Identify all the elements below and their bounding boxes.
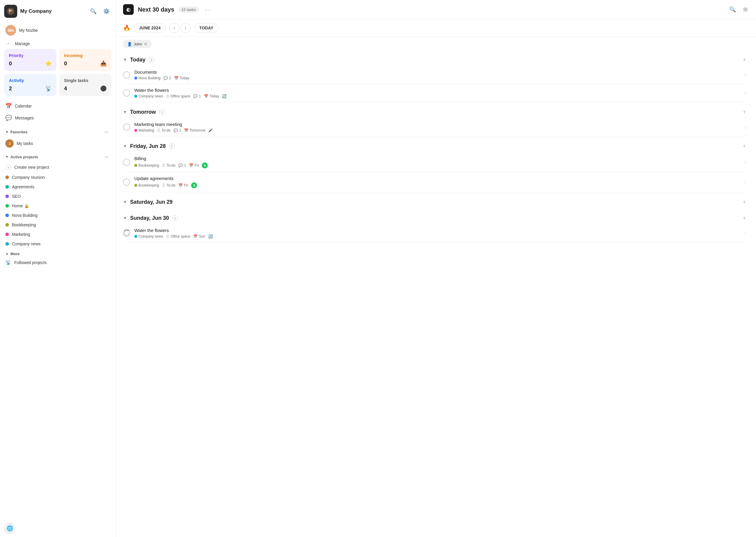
activity-label: Activity: [9, 78, 52, 83]
section-fri28-toggle[interactable]: ▼: [123, 144, 127, 148]
sidebar-item-calendar[interactable]: 📅 Calendar: [2, 100, 113, 112]
section-today-count: 2: [149, 57, 155, 63]
task-water-flowers-checkbox[interactable]: [123, 89, 130, 97]
section-today-add-button[interactable]: +: [740, 55, 749, 64]
month-selector[interactable]: JUNE 2024: [134, 23, 165, 32]
sidebar-item-messages[interactable]: 💬 Messages: [2, 112, 113, 124]
meeting-comments: 💬 1: [174, 128, 181, 133]
billing-comments: 💬 1: [178, 163, 186, 168]
my-nozbe-item[interactable]: MN My Nozbe: [0, 22, 115, 38]
header-more-button[interactable]: ···: [203, 5, 214, 14]
task-billing-checkbox[interactable]: [123, 159, 130, 166]
nav-items: 📅 Calendar 💬 Messages: [0, 99, 115, 125]
stats-cards-row2: Activity 2 📡 Single tasks 4 ⚫: [0, 74, 115, 99]
task-marketing-meeting[interactable]: Marketing team meeting Marketing ☰ To-do…: [123, 118, 749, 136]
header-view-options-button[interactable]: ⊞: [742, 5, 749, 14]
sidebar-item-company-news[interactable]: Company news: [2, 239, 113, 249]
active-projects-chevron: ▼: [5, 155, 9, 159]
water-sun-section: ☰ Office space: [166, 234, 190, 238]
search-button[interactable]: 🔍: [88, 6, 98, 16]
agreements-label: Agreements: [12, 185, 34, 189]
next-month-button[interactable]: ›: [180, 23, 191, 33]
priority-card[interactable]: Priority 0 ⭐: [4, 49, 57, 71]
sidebar-item-company-reunion[interactable]: Company reunion: [2, 173, 113, 182]
incoming-card[interactable]: Incoming 0 📥: [60, 49, 112, 71]
documents-date-icon: 📅: [174, 76, 179, 80]
documents-star-button[interactable]: ☆: [742, 71, 749, 78]
fire-icon[interactable]: 🔥: [123, 24, 130, 31]
manage-label: Manage: [15, 41, 30, 46]
more-header[interactable]: ▼ More: [2, 249, 113, 257]
favorites-more-button[interactable]: ···: [103, 128, 110, 136]
section-today: ▼ Today 2 + Documents Nova Building: [123, 51, 749, 102]
marketing-dot: [5, 232, 9, 236]
task-documents[interactable]: Documents Nova Building 💬 2 📅 Today: [123, 66, 749, 84]
task-water-flowers-sun[interactable]: Water the flowers Company news ☰ Office …: [123, 224, 749, 242]
task-documents-checkbox[interactable]: [123, 71, 130, 78]
sidebar-item-my-tasks[interactable]: J My tasks: [2, 137, 113, 150]
person-filter-icon: 👤: [127, 42, 132, 46]
task-water-flowers-sun-checkbox[interactable]: [123, 229, 130, 237]
section-sun30-add-button[interactable]: +: [740, 214, 749, 223]
sidebar-item-agreements[interactable]: Agreements: [2, 182, 113, 191]
person-filter-chip[interactable]: 👤 John ✕: [123, 40, 152, 48]
home-label: Home 🔒: [12, 203, 29, 208]
today-button[interactable]: TODAY: [194, 23, 218, 32]
billing-star-button[interactable]: ☆: [742, 159, 749, 165]
documents-date: 📅 Today: [174, 76, 189, 80]
sidebar-header: My Company 🔍 ⚙️: [0, 0, 115, 22]
sidebar-item-create-project[interactable]: + Create new project: [2, 162, 113, 173]
task-marketing-meeting-checkbox[interactable]: [123, 124, 130, 131]
task-billing[interactable]: Billing Bookkeeping ☰ To-do 💬 1: [123, 152, 749, 172]
water-sun-date: 📅 Sun: [193, 234, 205, 238]
documents-comments-count: 2: [169, 76, 171, 80]
task-billing-meta: Bookkeeping ☰ To-do 💬 1 📅 Fri: [134, 162, 737, 168]
water-star-button[interactable]: ☆: [742, 90, 749, 96]
update-section-icon: ☰: [162, 183, 165, 187]
activity-card[interactable]: Activity 2 📡: [4, 74, 57, 96]
single-tasks-count: 4: [64, 86, 67, 92]
sidebar-item-home[interactable]: Home 🔒: [2, 201, 113, 211]
sidebar-item-seo[interactable]: SEO: [2, 191, 113, 201]
section-tomorrow-header: ▼ Tomorrow 1 +: [123, 103, 749, 118]
manage-item[interactable]: ··· Manage: [0, 38, 115, 49]
priority-icon: ⭐: [45, 60, 52, 67]
task-update-agreements-checkbox[interactable]: [123, 179, 130, 186]
section-fri28-add-button[interactable]: +: [740, 142, 749, 150]
meeting-project-name: Marketing: [139, 128, 154, 133]
water-sun-star-button[interactable]: ☆: [742, 230, 749, 236]
sidebar-item-marketing[interactable]: Marketing: [2, 229, 113, 239]
active-projects-more-button[interactable]: ···: [103, 153, 110, 161]
task-update-agreements[interactable]: Update agreements Bookkeeping ☰ To-do 📅: [123, 172, 749, 192]
section-today-toggle[interactable]: ▼: [123, 57, 127, 62]
billing-comments-icon: 💬: [178, 163, 183, 168]
meeting-star-button[interactable]: ☆: [742, 124, 749, 130]
section-tomorrow-toggle[interactable]: ▼: [123, 109, 127, 114]
task-water-flowers-name: Water the flowers: [134, 88, 737, 93]
remove-filter-button[interactable]: ✕: [144, 42, 148, 46]
settings-button[interactable]: ⚙️: [101, 6, 111, 16]
section-sat29-toggle[interactable]: ▼: [123, 200, 127, 204]
favorites-header[interactable]: ▼ Favorites ···: [2, 125, 113, 137]
globe-icon[interactable]: 🌐: [4, 523, 16, 534]
active-projects-header[interactable]: ▼ Active projects ···: [2, 150, 113, 162]
water-comments: 💬 1: [193, 94, 201, 98]
prev-month-button[interactable]: ‹: [169, 23, 179, 33]
section-tomorrow-add-button[interactable]: +: [740, 107, 749, 116]
single-tasks-card[interactable]: Single tasks 4 ⚫: [60, 74, 112, 96]
header-search-button[interactable]: 🔍: [727, 4, 738, 15]
section-sat29-add-button[interactable]: +: [740, 197, 749, 206]
billing-section-value: To-do: [166, 163, 175, 168]
sidebar-item-nova-building[interactable]: Nova Building: [2, 211, 113, 220]
update-star-button[interactable]: ☆: [742, 179, 749, 185]
meeting-project-dot: [134, 129, 137, 132]
water-section-value: Office space: [171, 94, 190, 98]
sidebar-item-followed-projects[interactable]: 📡 Followed projects: [2, 257, 113, 268]
section-sun30-toggle[interactable]: ▼: [123, 216, 127, 220]
sidebar-item-bookkeeping[interactable]: Bookkeeping: [2, 220, 113, 229]
task-water-flowers-today[interactable]: Water the flowers Company news ☰ Office …: [123, 84, 749, 102]
update-section: ☰ To-do: [162, 183, 175, 187]
update-date-value: Fri: [184, 183, 188, 187]
person-filter-name: John: [134, 42, 142, 46]
app-logo[interactable]: [4, 5, 17, 18]
